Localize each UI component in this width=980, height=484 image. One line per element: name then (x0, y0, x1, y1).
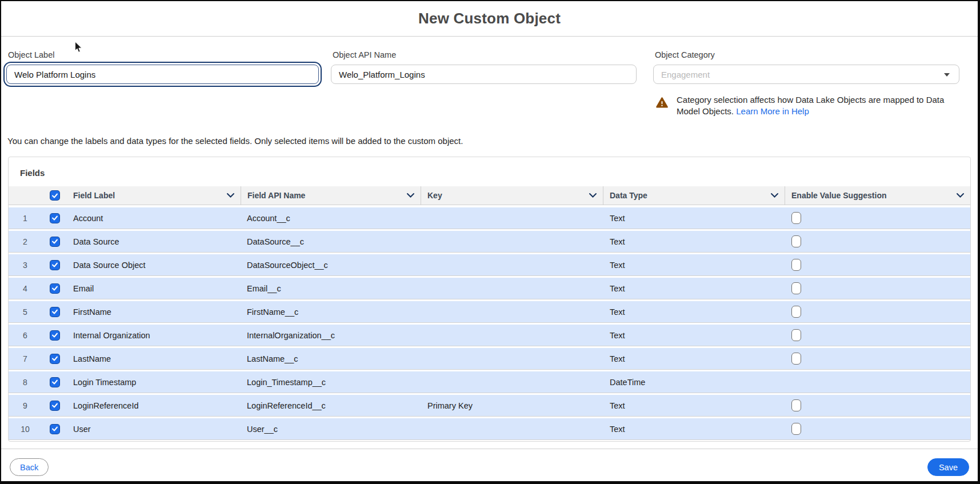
field-label-cell: Internal Organization (67, 331, 241, 340)
data-type-cell: DateTime (603, 378, 785, 387)
table-row: 3 Data Source Object DataSourceObject__c… (9, 254, 970, 276)
row-checkbox[interactable] (50, 330, 60, 341)
field-label-cell: FirstName (67, 307, 241, 317)
category-warning: Category selection affects how Data Lake… (656, 94, 959, 117)
row-number: 8 (9, 378, 42, 387)
table-header-row: Field Label Field API Name Key Data Type… (9, 186, 970, 205)
row-checkbox-cell (42, 401, 67, 411)
row-checkbox-cell (42, 213, 67, 223)
field-label-cell: Email (67, 284, 241, 293)
row-checkbox[interactable] (50, 401, 60, 411)
row-number: 7 (9, 354, 42, 363)
row-number: 5 (9, 307, 42, 317)
warning-icon (656, 97, 668, 117)
new-custom-object-dialog: New Custom Object Object Label Object AP… (0, 0, 980, 484)
object-api-name-input[interactable] (331, 65, 637, 84)
row-number: 6 (9, 331, 42, 340)
key-cell: Primary Key (421, 401, 603, 410)
field-api-name-cell: LastName__c (241, 354, 421, 363)
field-api-name-cell: LoginReferenceId__c (241, 401, 421, 410)
instruction-text: You can change the labels and data types… (7, 136, 978, 147)
warning-text: Category selection affects how Data Lake… (677, 94, 959, 117)
row-checkbox[interactable] (50, 283, 60, 294)
evs-checkbox[interactable] (791, 235, 801, 247)
row-checkbox-cell (42, 260, 67, 270)
page-title: New Custom Object (418, 10, 561, 27)
row-number: 10 (9, 425, 42, 434)
field-label-cell: LastName (67, 354, 241, 363)
row-number: 3 (9, 261, 42, 270)
table-row: 4 Email Email__c Text (9, 278, 970, 299)
evs-cell (785, 399, 970, 411)
back-button[interactable]: Back (10, 458, 49, 476)
data-type-cell: Text (603, 284, 785, 293)
row-checkbox[interactable] (50, 377, 60, 387)
table-row: 9 LoginReferenceId LoginReferenceId__c P… (9, 395, 970, 417)
row-number: 2 (9, 237, 42, 246)
row-checkbox-cell (42, 307, 67, 317)
field-label-cell: Account (67, 214, 241, 223)
row-checkbox[interactable] (50, 424, 60, 434)
object-api-name-label: Object API Name (333, 50, 637, 59)
fields-panel: Fields Field Label Field API Name Key (8, 157, 971, 442)
column-menu-icon[interactable] (406, 191, 415, 200)
row-checkbox[interactable] (50, 260, 60, 270)
evs-cell (785, 259, 970, 271)
evs-checkbox[interactable] (791, 399, 801, 411)
field-label-cell: User (67, 425, 241, 434)
column-header-data-type: Data Type (603, 186, 785, 205)
save-button[interactable]: Save (927, 458, 969, 476)
row-number: 1 (9, 214, 42, 223)
data-type-cell: Text (603, 214, 785, 223)
column-menu-icon[interactable] (226, 191, 235, 200)
row-checkbox[interactable] (50, 354, 60, 364)
chevron-down-icon (944, 73, 950, 77)
data-type-cell: Text (603, 425, 785, 434)
evs-cell (785, 306, 970, 318)
data-type-cell: Text (603, 237, 785, 246)
data-type-cell: Text (603, 261, 785, 270)
field-api-name-cell: User__c (241, 425, 421, 434)
select-all-checkbox[interactable] (50, 190, 60, 201)
evs-cell (785, 282, 970, 294)
field-api-name-cell: InternalOrganization__c (241, 331, 421, 340)
table-body: 1 Account Account__c Text 2 Data Source … (9, 205, 970, 441)
field-api-name-cell: DataSourceObject__c (241, 261, 421, 270)
evs-cell (785, 423, 970, 435)
row-checkbox[interactable] (50, 213, 60, 223)
evs-checkbox[interactable] (791, 353, 801, 365)
field-api-name-cell: Email__c (241, 284, 421, 293)
field-label-cell: Data Source Object (67, 261, 241, 270)
column-header-enable-value-suggestion: Enable Value Suggestion (785, 186, 970, 205)
row-checkbox[interactable] (50, 307, 60, 317)
column-menu-icon[interactable] (770, 191, 779, 200)
data-type-cell: Text (603, 331, 785, 340)
evs-checkbox[interactable] (791, 306, 801, 318)
object-label-label: Object Label (8, 50, 319, 59)
field-api-name-cell: Account__c (241, 214, 421, 223)
row-checkbox[interactable] (50, 237, 60, 247)
evs-checkbox[interactable] (791, 282, 801, 294)
data-type-cell: Text (603, 354, 785, 363)
object-category-select[interactable]: Engagement (653, 65, 959, 84)
evs-checkbox[interactable] (791, 212, 801, 224)
evs-checkbox[interactable] (791, 423, 801, 435)
row-number: 9 (9, 401, 42, 410)
table-row: 8 Login Timestamp Login_Timestamp__c Dat… (9, 371, 970, 393)
object-api-name-group: Object API Name (331, 50, 637, 84)
column-header-field-api-name: Field API Name (241, 186, 421, 205)
object-label-input[interactable] (6, 65, 319, 84)
header-checkbox-cell (42, 190, 67, 201)
evs-cell (785, 353, 970, 365)
field-api-name-cell: FirstName__c (241, 307, 421, 317)
learn-more-link[interactable]: Learn More in Help (736, 106, 809, 116)
row-checkbox-cell (42, 377, 67, 387)
column-menu-icon[interactable] (589, 191, 597, 200)
evs-cell (785, 235, 970, 247)
evs-checkbox[interactable] (791, 329, 801, 341)
data-type-cell: Text (603, 307, 785, 317)
table-row: 1 Account Account__c Text (9, 207, 970, 229)
evs-checkbox[interactable] (791, 259, 801, 271)
column-menu-icon[interactable] (956, 191, 965, 200)
column-header-key: Key (421, 186, 603, 205)
